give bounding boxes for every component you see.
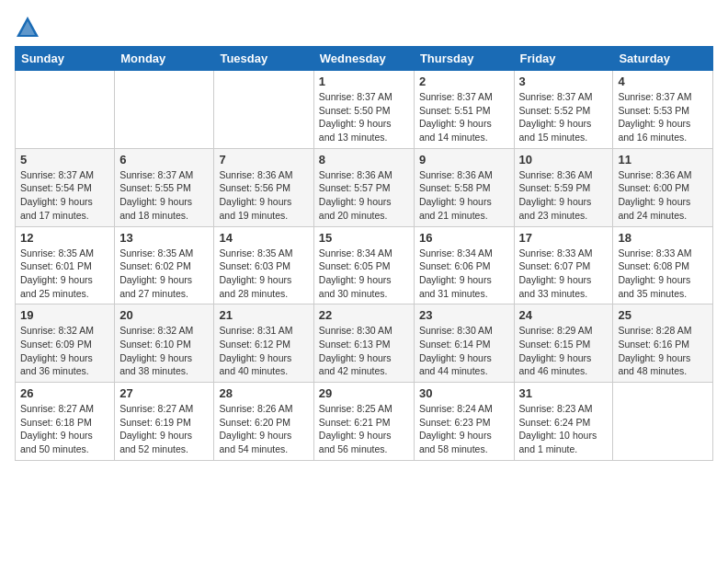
calendar-cell: 5Sunrise: 8:37 AM Sunset: 5:54 PM Daylig… [16,148,115,226]
day-info: Sunrise: 8:35 AM Sunset: 6:02 PM Dayligh… [119,247,209,301]
day-number: 24 [519,308,609,322]
weekday-header-sunday: Sunday [16,47,115,71]
calendar-cell: 25Sunrise: 8:28 AM Sunset: 6:16 PM Dayli… [613,304,713,383]
calendar-cell: 30Sunrise: 8:24 AM Sunset: 6:23 PM Dayli… [414,383,514,461]
calendar-cell: 28Sunrise: 8:26 AM Sunset: 6:20 PM Dayli… [214,383,313,461]
calendar-cell: 16Sunrise: 8:34 AM Sunset: 6:06 PM Dayli… [414,226,514,304]
day-info: Sunrise: 8:30 AM Sunset: 6:13 PM Dayligh… [319,324,409,378]
calendar-cell: 10Sunrise: 8:36 AM Sunset: 5:59 PM Dayli… [514,148,613,226]
day-info: Sunrise: 8:24 AM Sunset: 6:23 PM Dayligh… [419,402,509,456]
day-number: 25 [618,308,708,322]
day-info: Sunrise: 8:37 AM Sunset: 5:55 PM Dayligh… [119,168,209,223]
day-info: Sunrise: 8:36 AM Sunset: 5:57 PM Dayligh… [319,168,409,223]
day-number: 8 [319,153,409,167]
day-info: Sunrise: 8:28 AM Sunset: 6:16 PM Dayligh… [618,324,708,378]
day-info: Sunrise: 8:34 AM Sunset: 6:05 PM Dayligh… [319,247,409,301]
calendar-cell: 23Sunrise: 8:30 AM Sunset: 6:14 PM Dayli… [414,304,514,383]
day-info: Sunrise: 8:32 AM Sunset: 6:10 PM Dayligh… [119,324,209,378]
day-number: 28 [219,386,308,400]
calendar-cell: 11Sunrise: 8:36 AM Sunset: 6:00 PM Dayli… [613,148,713,226]
day-number: 14 [219,231,308,245]
calendar-cell: 1Sunrise: 8:37 AM Sunset: 5:50 PM Daylig… [313,71,414,149]
calendar-table: SundayMondayTuesdayWednesdayThursdayFrid… [15,46,713,461]
calendar-cell: 26Sunrise: 8:27 AM Sunset: 6:18 PM Dayli… [16,383,115,461]
weekday-header-saturday: Saturday [613,47,713,71]
calendar-week-row: 26Sunrise: 8:27 AM Sunset: 6:18 PM Dayli… [16,383,713,461]
day-number: 30 [419,386,509,400]
calendar-cell [16,71,115,149]
calendar-cell: 21Sunrise: 8:31 AM Sunset: 6:12 PM Dayli… [214,304,313,383]
calendar-cell: 19Sunrise: 8:32 AM Sunset: 6:09 PM Dayli… [16,304,115,383]
calendar-cell: 22Sunrise: 8:30 AM Sunset: 6:13 PM Dayli… [313,304,414,383]
calendar-week-row: 12Sunrise: 8:35 AM Sunset: 6:01 PM Dayli… [16,226,713,304]
day-number: 27 [119,386,209,400]
calendar-cell: 2Sunrise: 8:37 AM Sunset: 5:51 PM Daylig… [414,71,514,149]
day-info: Sunrise: 8:35 AM Sunset: 6:03 PM Dayligh… [219,247,308,301]
day-info: Sunrise: 8:27 AM Sunset: 6:19 PM Dayligh… [119,402,209,456]
day-info: Sunrise: 8:35 AM Sunset: 6:01 PM Dayligh… [20,247,109,301]
calendar-cell: 12Sunrise: 8:35 AM Sunset: 6:01 PM Dayli… [16,226,115,304]
day-number: 13 [119,231,209,245]
day-info: Sunrise: 8:37 AM Sunset: 5:52 PM Dayligh… [519,90,609,144]
day-number: 18 [618,231,708,245]
calendar-week-row: 19Sunrise: 8:32 AM Sunset: 6:09 PM Dayli… [16,304,713,383]
calendar-cell: 14Sunrise: 8:35 AM Sunset: 6:03 PM Dayli… [214,226,313,304]
calendar-cell: 3Sunrise: 8:37 AM Sunset: 5:52 PM Daylig… [514,71,613,149]
calendar-cell: 27Sunrise: 8:27 AM Sunset: 6:19 PM Dayli… [115,383,214,461]
day-number: 26 [20,386,109,400]
calendar-cell: 20Sunrise: 8:32 AM Sunset: 6:10 PM Dayli… [115,304,214,383]
day-number: 10 [519,153,609,167]
day-number: 19 [20,308,109,322]
day-info: Sunrise: 8:36 AM Sunset: 6:00 PM Dayligh… [618,168,708,223]
day-info: Sunrise: 8:30 AM Sunset: 6:14 PM Dayligh… [419,324,509,378]
day-info: Sunrise: 8:37 AM Sunset: 5:51 PM Dayligh… [419,90,509,144]
day-number: 5 [20,153,109,167]
day-number: 7 [219,153,308,167]
day-info: Sunrise: 8:25 AM Sunset: 6:21 PM Dayligh… [319,402,409,456]
calendar-header-row: SundayMondayTuesdayWednesdayThursdayFrid… [16,47,713,71]
day-info: Sunrise: 8:36 AM Sunset: 5:56 PM Dayligh… [219,168,308,223]
calendar-cell: 13Sunrise: 8:35 AM Sunset: 6:02 PM Dayli… [115,226,214,304]
calendar-cell: 29Sunrise: 8:25 AM Sunset: 6:21 PM Dayli… [313,383,414,461]
day-info: Sunrise: 8:29 AM Sunset: 6:15 PM Dayligh… [519,324,609,378]
day-info: Sunrise: 8:33 AM Sunset: 6:08 PM Dayligh… [618,247,708,301]
calendar-cell: 8Sunrise: 8:36 AM Sunset: 5:57 PM Daylig… [313,148,414,226]
logo-icon [15,15,40,40]
day-number: 4 [618,75,708,88]
weekday-header-tuesday: Tuesday [214,47,313,71]
day-info: Sunrise: 8:31 AM Sunset: 6:12 PM Dayligh… [219,324,308,378]
day-info: Sunrise: 8:37 AM Sunset: 5:53 PM Dayligh… [618,90,708,144]
day-number: 22 [319,308,409,322]
day-info: Sunrise: 8:26 AM Sunset: 6:20 PM Dayligh… [219,402,308,456]
calendar-cell [613,383,713,461]
calendar-cell: 15Sunrise: 8:34 AM Sunset: 6:05 PM Dayli… [313,226,414,304]
calendar-week-row: 5Sunrise: 8:37 AM Sunset: 5:54 PM Daylig… [16,148,713,226]
day-info: Sunrise: 8:37 AM Sunset: 5:54 PM Dayligh… [20,168,109,223]
day-number: 16 [419,231,509,245]
day-info: Sunrise: 8:27 AM Sunset: 6:18 PM Dayligh… [20,402,109,456]
day-info: Sunrise: 8:36 AM Sunset: 5:59 PM Dayligh… [519,168,609,223]
day-info: Sunrise: 8:33 AM Sunset: 6:07 PM Dayligh… [519,247,609,301]
logo [15,15,44,40]
day-info: Sunrise: 8:32 AM Sunset: 6:09 PM Dayligh… [20,324,109,378]
day-number: 12 [20,231,109,245]
day-number: 17 [519,231,609,245]
weekday-header-monday: Monday [115,47,214,71]
weekday-header-friday: Friday [514,47,613,71]
day-number: 15 [319,231,409,245]
calendar-body: 1Sunrise: 8:37 AM Sunset: 5:50 PM Daylig… [16,71,713,461]
weekday-header-wednesday: Wednesday [313,47,414,71]
calendar-cell [214,71,313,149]
calendar-cell: 17Sunrise: 8:33 AM Sunset: 6:07 PM Dayli… [514,226,613,304]
calendar-cell: 7Sunrise: 8:36 AM Sunset: 5:56 PM Daylig… [214,148,313,226]
day-number: 1 [319,75,409,88]
day-number: 11 [618,153,708,167]
calendar-week-row: 1Sunrise: 8:37 AM Sunset: 5:50 PM Daylig… [16,71,713,149]
day-info: Sunrise: 8:36 AM Sunset: 5:58 PM Dayligh… [419,168,509,223]
calendar-cell [115,71,214,149]
day-info: Sunrise: 8:34 AM Sunset: 6:06 PM Dayligh… [419,247,509,301]
day-number: 29 [319,386,409,400]
calendar-cell: 24Sunrise: 8:29 AM Sunset: 6:15 PM Dayli… [514,304,613,383]
calendar-cell: 4Sunrise: 8:37 AM Sunset: 5:53 PM Daylig… [613,71,713,149]
day-info: Sunrise: 8:23 AM Sunset: 6:24 PM Dayligh… [519,402,609,456]
